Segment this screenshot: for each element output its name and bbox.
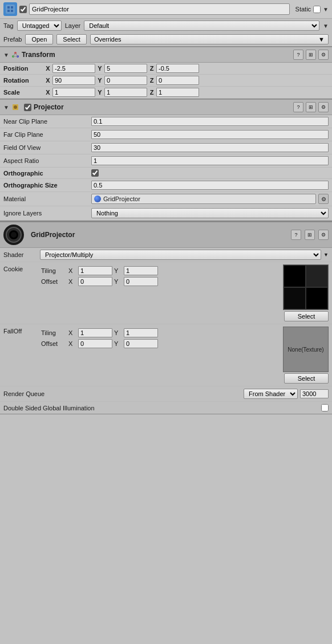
scale-label: Scale [3,89,43,96]
projector-layout-button[interactable]: ⊞ [306,102,316,112]
position-x-input[interactable] [52,64,95,73]
cookie-offset-row: Offset X Y [41,277,280,286]
projector-collapse-icon[interactable]: ▼ [3,104,9,111]
projector-gear-button[interactable]: ⚙ [318,102,329,112]
object-name-input[interactable] [29,3,290,15]
ortho-size-label: Orthographic Size [3,182,89,189]
near-clip-input[interactable] [91,117,329,126]
layer-select[interactable]: Default [84,21,319,31]
falloff-type-label: (Texture) [301,347,323,353]
falloff-tiling-y-label: Y [114,329,122,336]
layer-label: Layer [65,22,81,29]
fov-input[interactable] [91,143,329,152]
pos-y-label: Y [96,65,103,72]
cookie-tiling-x-input[interactable] [78,266,112,275]
transform-layout-button[interactable]: ⊞ [306,50,316,60]
aspect-ratio-input[interactable] [91,156,329,165]
rotation-x-input[interactable] [52,76,95,85]
object-enabled-checkbox[interactable] [19,6,27,13]
falloff-texture-preview[interactable]: None (Texture) [283,327,329,372]
projector-icon [11,102,22,112]
scale-y-input[interactable] [104,88,147,97]
orthographic-checkbox[interactable] [91,169,99,177]
shader-select[interactable]: Projector/Multiply [40,250,321,260]
aspect-ratio-label: Aspect Ratio [3,157,89,164]
pos-x-label: X [44,65,51,72]
shader-row: Shader Projector/Multiply ▼ [0,248,332,262]
far-clip-row: Far Clip Plane [0,128,332,141]
rotation-y-input[interactable] [104,76,147,85]
transform-collapse-icon[interactable]: ▼ [3,52,9,58]
falloff-offset-y-input[interactable] [124,339,158,348]
svg-rect-3 [7,10,10,12]
scale-z-input[interactable] [156,88,199,97]
prefab-open-button[interactable]: Open [25,34,53,44]
prefab-select-button[interactable]: Select [56,34,87,44]
ignore-layers-row: Ignore Layers Nothing [0,206,332,221]
ignore-layers-select[interactable]: Nothing [91,208,329,218]
rot-y-label: Y [96,77,103,84]
position-y-input[interactable] [104,64,147,73]
near-clip-label: Near Clip Plane [3,118,89,125]
rotation-row: Rotation X Y Z [0,75,332,87]
falloff-offset-row: Offset X Y [41,339,280,348]
cookie-offset-y-input[interactable] [124,277,158,286]
material-gear-settings-button[interactable]: ⚙ [318,230,329,240]
static-dropdown-icon[interactable]: ▼ [323,6,329,13]
rotation-label: Rotation [3,77,43,84]
tag-layer-row: Tag Untagged Layer Default ▼ [0,19,332,32]
falloff-offset-y-label: Y [114,340,122,347]
material-field[interactable]: GridProjector [91,194,316,204]
position-z-input[interactable] [156,64,199,73]
cookie-label: Cookie [3,266,38,272]
falloff-tiling-row: Tiling X Y [41,328,280,337]
render-queue-select[interactable]: From Shader [244,389,298,399]
falloff-offset-x-label: X [68,340,76,347]
transform-help-button[interactable]: ? [293,50,303,60]
cookie-texture-preview[interactable] [283,264,329,310]
falloff-select-button[interactable]: Select [284,373,329,384]
render-queue-label: Render Queue [3,390,241,397]
falloff-texture-section: FallOff Tiling X Y Offset X Y [0,324,332,386]
cookie-tiling-y-label: Y [114,267,122,274]
cookie-offset-x-input[interactable] [78,277,112,286]
cookie-texture-section: Cookie Tiling X Y Offset X Y [0,262,332,324]
static-checkbox[interactable] [313,6,321,13]
ortho-size-input[interactable] [91,181,329,190]
svg-line-9 [15,53,18,56]
rot-x-label: X [44,77,51,84]
cookie-tiling-row: Tiling X Y [41,266,280,275]
material-layout-button[interactable]: ⊞ [305,230,315,240]
fov-label: Field Of View [3,144,89,151]
material-gear-button[interactable]: ⚙ [318,194,329,204]
dsgi-checkbox[interactable] [321,404,329,411]
falloff-tiling-label: Tiling [41,329,67,336]
cookie-offset-label: Offset [41,278,67,285]
projector-enabled-checkbox[interactable] [24,104,31,111]
orthographic-row: Orthographic [0,168,332,179]
prefab-label: Prefab [3,36,22,43]
cookie-thumb-bl [284,287,306,309]
material-value: GridProjector [103,195,140,202]
shader-label: Shader [3,251,38,258]
material-help-button[interactable]: ? [291,230,301,240]
layer-dropdown-icon[interactable]: ▼ [323,23,329,29]
far-clip-input[interactable] [91,130,329,139]
svg-rect-2 [11,6,13,9]
prefab-overrides-button[interactable]: Overrides ▼ [90,34,329,44]
transform-gear-button[interactable]: ⚙ [318,50,329,60]
cookie-tiling-y-input[interactable] [124,266,158,275]
ortho-size-row: Orthographic Size [0,179,332,192]
rotation-z-input[interactable] [156,76,199,85]
falloff-tiling-x-input[interactable] [78,328,112,337]
orthographic-label: Orthographic [3,170,89,177]
projector-help-button[interactable]: ? [293,102,303,112]
tag-select[interactable]: Untagged [17,21,62,31]
falloff-offset-x-input[interactable] [78,339,112,348]
render-queue-value-input[interactable] [300,389,329,398]
scale-x-input[interactable] [52,88,95,97]
cookie-offset-x-label: X [68,278,76,285]
falloff-tiling-y-input[interactable] [124,328,158,337]
falloff-label: FallOff [3,328,38,335]
cookie-select-button[interactable]: Select [284,311,329,321]
